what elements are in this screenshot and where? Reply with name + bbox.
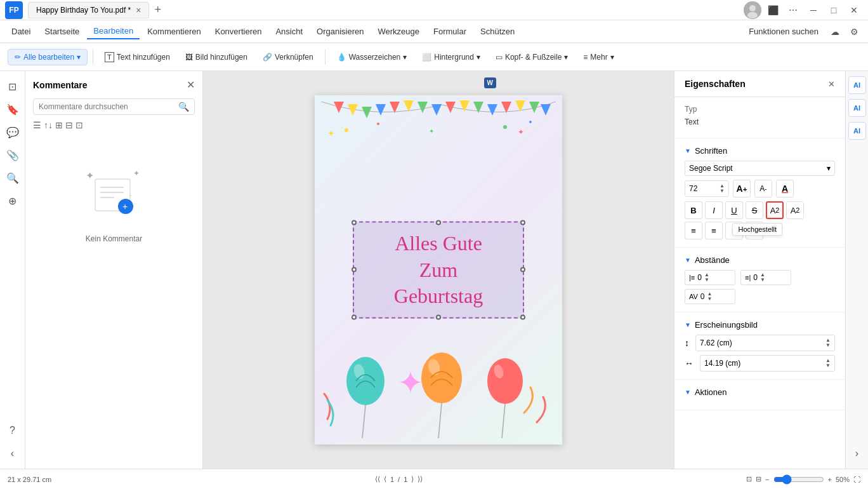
active-tab[interactable]: Happy Birthday To You.pdf * × (28, 2, 149, 18)
attachment-icon[interactable]: 📎 (3, 145, 23, 165)
kopf-fusszeile-button[interactable]: ▭ Kopf- & Fußzeile ▾ (489, 50, 574, 65)
layers-icon[interactable]: ⊕ (3, 191, 23, 211)
search-icon[interactable]: 🔍 (3, 168, 23, 188)
font-color-button[interactable]: A (776, 180, 794, 198)
font-size-decrease-button[interactable]: A- (754, 180, 772, 198)
menu-konvertieren[interactable]: Konvertieren (209, 24, 268, 39)
handle-top-right[interactable] (520, 220, 525, 225)
handle-middle-left[interactable] (352, 267, 357, 272)
erscheinungsbild-header[interactable]: ▼ Erscheinungsbild (685, 320, 835, 330)
comment-icon[interactable]: 💬 (3, 122, 23, 142)
filter-icon-5[interactable]: ⊡ (76, 120, 83, 130)
wasserzeichen-button[interactable]: 💧 Wasserzeichen ▾ (331, 50, 414, 65)
menu-kommentieren[interactable]: Kommentieren (141, 24, 207, 39)
align-left-button[interactable]: ≡ (685, 222, 702, 239)
handle-top-left[interactable] (352, 220, 357, 225)
left-spacing-stepper[interactable]: ▲ ▼ (704, 272, 709, 283)
mehr-button[interactable]: ≡ Mehr ▾ (577, 50, 620, 65)
width-input[interactable]: 14.19 (cm) ▲ ▼ (700, 355, 835, 372)
handle-bottom-left[interactable] (352, 314, 357, 319)
font-size-increase-button[interactable]: A+ (733, 180, 751, 198)
tab-close-icon[interactable]: × (136, 5, 141, 15)
options-button[interactable]: ⋯ (784, 1, 802, 19)
handle-top-center[interactable] (436, 220, 441, 225)
text-hinzufuegen-button[interactable]: T Text hinzufügen (98, 49, 176, 65)
zoom-out-button[interactable]: − (765, 476, 769, 483)
bookmark-icon[interactable]: 🔖 (3, 99, 23, 119)
ai-button-1[interactable]: AI (848, 76, 866, 94)
menu-organisieren[interactable]: Organisieren (310, 24, 370, 39)
bold-button[interactable]: B (685, 201, 702, 219)
prev-page-step[interactable]: ⟨ (384, 475, 386, 483)
fit-width-icon[interactable]: ⊟ (756, 475, 761, 483)
menu-funktionen-suchen[interactable]: Funktionen suchen (742, 24, 825, 39)
alle-bearbeiten-button[interactable]: ✏ Alle bearbeiten ▾ (8, 49, 88, 65)
help-icon[interactable]: ? (3, 420, 23, 441)
comment-search-input[interactable] (39, 102, 174, 111)
comments-panel-close[interactable]: ✕ (187, 79, 195, 91)
schriften-header[interactable]: ▼ Schriften (685, 146, 835, 156)
fit-page-icon[interactable]: ⊡ (746, 475, 752, 483)
superscript-button[interactable]: A2 Hochgestellt (766, 201, 784, 219)
menu-werkzeuge[interactable]: Werkzeuge (372, 24, 426, 39)
filter-icon-4[interactable]: ⊟ (65, 120, 73, 130)
zoom-slider[interactable] (773, 474, 824, 485)
ai-button-2[interactable]: AI (848, 99, 866, 117)
share-button[interactable]: ⬛ (764, 1, 782, 19)
height-stepper[interactable]: ▲ ▼ (825, 338, 831, 348)
right-spacing-input[interactable]: ≡| 0 ▲ ▼ (740, 270, 791, 285)
left-spacing-input[interactable]: |≡ 0 ▲ ▼ (685, 270, 735, 285)
titlebar: FP Happy Birthday To You.pdf * × + ⬛ ⋯ ─… (0, 0, 868, 20)
strikethrough-button[interactable]: S (746, 201, 763, 219)
right-panel-collapse[interactable]: › (847, 443, 867, 464)
subscript-button[interactable]: A2 (786, 201, 804, 219)
italic-button[interactable]: I (705, 201, 723, 219)
abstände-header[interactable]: ▼ Abstände (685, 255, 835, 265)
width-stepper[interactable]: ▲ ▼ (825, 358, 831, 368)
close-button[interactable]: ✕ (845, 1, 863, 19)
cloud-icon[interactable]: ☁ (826, 23, 844, 41)
menu-startseite[interactable]: Startseite (38, 24, 86, 39)
filter-icon-3[interactable]: ⊞ (55, 120, 63, 130)
handle-bottom-center[interactable] (436, 314, 441, 319)
font-size-down[interactable]: ▼ (720, 189, 725, 194)
aktionen-header[interactable]: ▼ Aktionen (685, 387, 835, 397)
minimize-button[interactable]: ─ (805, 1, 822, 19)
verknuepfen-button[interactable]: 🔗 Verknüpfen (256, 50, 320, 65)
fullscreen-button[interactable]: ⛶ (853, 476, 860, 483)
settings-icon[interactable]: ⚙ (845, 23, 863, 41)
handle-bottom-right[interactable] (520, 314, 525, 319)
right-spacing-stepper[interactable]: ▲ ▼ (760, 272, 765, 283)
font-size-stepper[interactable]: ▲ ▼ (720, 184, 725, 194)
prev-page-button[interactable]: ⟨⟨ (375, 475, 380, 483)
properties-close-button[interactable]: ✕ (828, 79, 835, 89)
filter-icon-1[interactable]: ☰ (33, 120, 41, 130)
next-page-step[interactable]: ⟩ (411, 475, 414, 483)
bild-hinzufuegen-button[interactable]: 🖼 Bild hinzufügen (179, 50, 254, 65)
font-size-input[interactable]: 72 ▲ ▼ (685, 180, 729, 197)
height-input[interactable]: 7.62 (cm) ▲ ▼ (695, 335, 835, 351)
font-select[interactable]: Segoe Script ▾ (685, 161, 835, 176)
menu-formular[interactable]: Formular (427, 24, 473, 39)
filter-icon-2[interactable]: ↑↓ (44, 120, 53, 130)
page-thumbnail-icon[interactable]: ⊡ (3, 76, 23, 97)
add-tab-button[interactable]: + (154, 3, 161, 17)
hintergrund-button[interactable]: ⬜ Hintergrund ▾ (416, 50, 487, 65)
maximize-button[interactable]: □ (825, 1, 843, 19)
av-spacing-input[interactable]: AV 0 ▲ ▼ (685, 289, 735, 304)
comment-search-box[interactable]: 🔍 (33, 98, 195, 115)
handle-middle-right[interactable] (520, 267, 525, 272)
av-spacing-stepper[interactable]: ▲ ▼ (707, 291, 713, 302)
zoom-in-button[interactable]: + (828, 476, 832, 483)
avatar[interactable] (744, 1, 761, 19)
menu-schuetzen[interactable]: Schützen (474, 24, 521, 39)
collapse-icon[interactable]: ‹ (3, 443, 23, 464)
text-selection-box[interactable]: Alles Gute Zum Geburtstag (353, 222, 524, 319)
ai-button-3[interactable]: AI (848, 122, 866, 140)
next-page-button[interactable]: ⟩⟩ (418, 475, 423, 483)
align-center-button[interactable]: ≡ (705, 222, 723, 239)
menu-bearbeiten[interactable]: Bearbeiten (87, 23, 140, 39)
menu-datei[interactable]: Datei (5, 24, 37, 39)
underline-button[interactable]: U (725, 201, 743, 219)
menu-ansicht[interactable]: Ansicht (269, 24, 309, 39)
